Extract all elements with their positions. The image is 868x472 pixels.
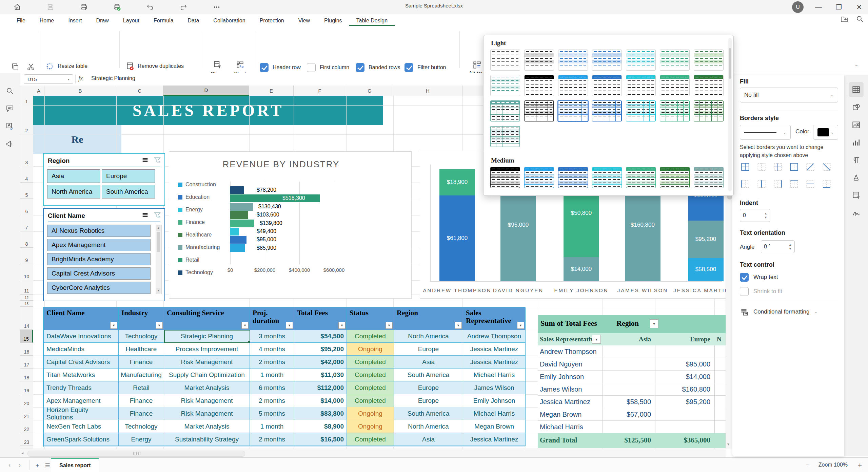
table-style-thumbnail[interactable]	[626, 167, 656, 188]
table-cell[interactable]: South America	[394, 407, 463, 420]
table-style-thumbnail[interactable]	[490, 126, 520, 147]
table-cell[interactable]: Retail	[119, 381, 164, 394]
border-top-button[interactable]	[788, 178, 800, 190]
slicer-item[interactable]: South America	[102, 185, 155, 199]
scroll-down-icon[interactable]: ▾	[727, 442, 729, 447]
zoom-in-icon[interactable]: ＋	[856, 460, 863, 470]
close-button[interactable]: ✕	[852, 1, 867, 14]
table-cell[interactable]: Ongoing	[347, 407, 394, 420]
table-cell[interactable]: 2 months	[250, 433, 294, 446]
table-column-header[interactable]: Industry▾	[119, 307, 164, 330]
redo-icon[interactable]	[178, 2, 189, 12]
print-icon[interactable]	[79, 2, 89, 12]
filter-button[interactable]: ▾	[286, 322, 293, 329]
table-cell[interactable]: Completed	[347, 369, 394, 381]
row-header-16[interactable]: 16	[20, 343, 33, 356]
table-cell[interactable]: GreenSpark Solutions	[44, 433, 119, 446]
row-header-1[interactable]: 1	[20, 96, 33, 105]
table-cell[interactable]: Ongoing	[347, 343, 394, 356]
table-style-thumbnail[interactable]	[524, 75, 554, 96]
filter-button[interactable]: ▾	[156, 322, 163, 329]
row-header-6[interactable]: 6	[20, 199, 33, 215]
table-cell[interactable]: 4 months	[250, 343, 294, 356]
row-header-15[interactable]: 15	[20, 330, 33, 343]
slicer-item[interactable]: Asia	[47, 169, 100, 183]
table-cell[interactable]: Manufacturing	[119, 369, 164, 381]
slicer-item[interactable]: AI Nexus Robotics	[47, 225, 151, 237]
search-icon[interactable]	[5, 86, 15, 96]
slicer-item[interactable]: Europe	[102, 169, 155, 183]
horizontal-scrollbar[interactable]: ◂	[20, 449, 726, 458]
checkbox-header-row[interactable]: Header row	[260, 63, 301, 72]
table-cell[interactable]: Risk Management	[164, 394, 250, 407]
table-cell[interactable]: Completed	[347, 330, 394, 343]
filter-button[interactable]: ▾	[455, 322, 462, 329]
table-settings-icon[interactable]	[849, 82, 864, 97]
table-cell[interactable]: Risk Management	[164, 356, 250, 369]
table-style-thumbnail[interactable]	[626, 75, 656, 96]
border-color-picker[interactable]: ⌄	[813, 125, 838, 140]
feedback-icon[interactable]	[5, 139, 15, 149]
table-style-thumbnail[interactable]	[694, 75, 724, 96]
table-style-thumbnail[interactable]	[660, 50, 690, 71]
table-cell[interactable]: Asia	[394, 356, 463, 369]
row-headers[interactable]: 1234567891011121314151617181920212223	[20, 96, 34, 449]
table-style-thumbnail[interactable]	[524, 100, 554, 121]
scroll-left-icon[interactable]: ◂	[21, 451, 23, 455]
table-style-thumbnail[interactable]	[558, 75, 588, 96]
filter-button[interactable]: ▾	[110, 322, 117, 329]
row-header-10[interactable]: 10	[20, 264, 33, 280]
table-cell[interactable]: Risk Management	[164, 407, 250, 420]
table-cell[interactable]: 3 months	[250, 330, 294, 343]
table-cell[interactable]: Energy	[119, 433, 164, 446]
table-cell[interactable]: MedicaMinds	[44, 343, 119, 356]
column-header-F[interactable]: F	[294, 86, 346, 96]
home-icon[interactable]	[12, 2, 22, 12]
multi-select-icon[interactable]	[141, 211, 149, 219]
open-location-icon[interactable]	[840, 15, 848, 23]
row-header-17[interactable]: 17	[20, 356, 33, 369]
save-icon[interactable]	[45, 2, 56, 12]
menu-view[interactable]: View	[291, 16, 317, 26]
clear-filter-icon[interactable]	[154, 211, 161, 219]
menu-protection[interactable]: Protection	[253, 16, 291, 26]
table-cell[interactable]: $42,000	[294, 356, 347, 369]
table-cell[interactable]: Finance	[119, 356, 164, 369]
table-cell[interactable]: Jessica Martinez	[463, 356, 526, 369]
row-header-20[interactable]: 20	[20, 394, 33, 407]
cut-icon[interactable]	[25, 61, 37, 73]
column-header-D[interactable]: D	[163, 86, 249, 96]
copy-icon[interactable]	[9, 61, 21, 73]
row-header-21[interactable]: 21	[20, 407, 33, 420]
border-inside-cross-button[interactable]	[772, 161, 784, 173]
table-cell[interactable]: Market Analysis	[164, 420, 250, 433]
minimize-button[interactable]: —	[811, 1, 826, 14]
checkbox-first-column[interactable]: First column	[307, 63, 349, 72]
table-cell[interactable]: Europe	[394, 343, 463, 356]
client-name-slicer[interactable]: Client Name AI Nexus RoboticsApex Manage…	[43, 208, 165, 301]
paragraph-settings-icon[interactable]	[849, 153, 864, 168]
table-cell[interactable]: Healthcare	[119, 343, 164, 356]
restore-button[interactable]: ❐	[831, 1, 846, 14]
border-outside-button[interactable]	[788, 161, 800, 173]
table-column-header[interactable]: Status▾	[347, 307, 394, 330]
avatar[interactable]: U	[792, 1, 804, 13]
table-cell[interactable]: Completed	[347, 394, 394, 407]
slicer-item[interactable]: CyberCore Analytics	[47, 282, 151, 294]
row-header-5[interactable]: 5	[20, 183, 33, 199]
table-cell[interactable]: Capital Crest Advisors	[44, 356, 119, 369]
table-column-header[interactable]: Total Fees▾	[294, 307, 347, 330]
border-diagonal-down-button[interactable]	[821, 161, 833, 173]
table-cell[interactable]: Asia	[394, 433, 463, 446]
table-column-header[interactable]: Sales Representative▾	[463, 307, 526, 330]
table-cell[interactable]: North America	[394, 420, 463, 433]
table-cell[interactable]: Technology	[119, 330, 164, 343]
table-cell[interactable]: Jessica Martinez	[463, 343, 526, 356]
fill-select[interactable]: No fill⌄	[740, 88, 838, 102]
table-column-header[interactable]: Proj. duration▾	[250, 307, 294, 330]
angle-stepper[interactable]: 0 °▲▼	[761, 240, 795, 253]
name-box[interactable]: D15 ▾	[24, 74, 73, 84]
table-cell[interactable]: Finance	[119, 394, 164, 407]
table-cell[interactable]: 5 months	[250, 407, 294, 420]
table-style-thumbnail-selected[interactable]	[558, 100, 588, 121]
